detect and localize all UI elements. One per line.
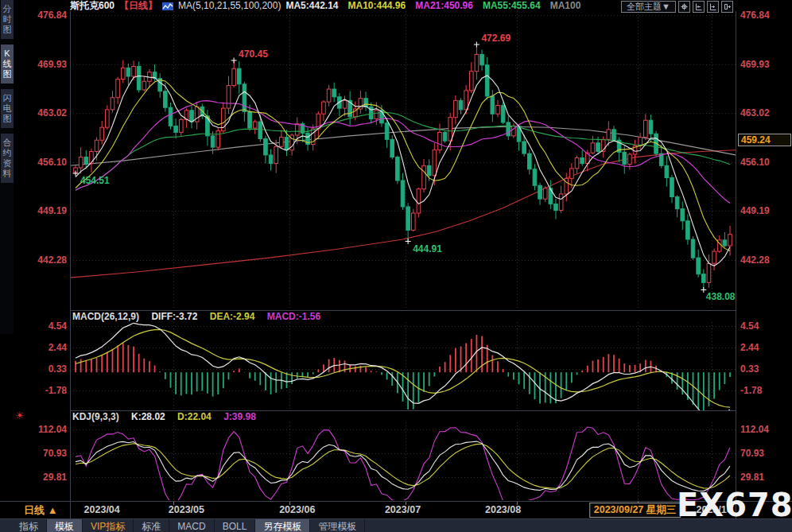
macd-axis-label: 2.44 (17, 342, 67, 353)
timeline-month-label: 2023/07 (385, 504, 421, 515)
exit-chart-icon[interactable] (721, 1, 733, 13)
current-price-badge: 459.24 (738, 134, 791, 146)
kdj-axis-label: 112.04 (17, 424, 67, 435)
macd-axis-label: 4.54 (17, 320, 67, 332)
svg-text:470.45: 470.45 (239, 49, 268, 60)
ma55-value: MA55:455.64 (483, 0, 541, 11)
chart-mode-sidebar: 分时图K线图闪电图合约资料 (0, 0, 14, 334)
chart-canvas[interactable]: 454.51470.45444.91472.69438.08 (0, 0, 792, 532)
kdj-axis-label: 70.93 (740, 448, 764, 459)
price-axis-label: 476.84 (17, 10, 67, 21)
pan-crosshair-icon[interactable] (678, 1, 690, 13)
price-axis-label: 456.10 (740, 157, 770, 168)
svg-text:454.51: 454.51 (80, 175, 110, 186)
kdj-title: KDJ(9,3,3) (72, 411, 119, 422)
price-axis-label: 469.93 (17, 59, 67, 70)
topbar: 斯托克600 【日线】 MA(5,10,21,55,100,200) MA5:4… (70, 0, 590, 12)
compress-left-icon[interactable] (693, 1, 705, 13)
svg-text:438.08: 438.08 (706, 291, 736, 302)
price-axis-label: 449.19 (17, 205, 67, 216)
theme-dropdown-button[interactable]: 全部主题▼ (621, 1, 676, 13)
macd-diff-value: DIFF:-3.72 (151, 311, 197, 322)
indicator-settings-sun-icon[interactable]: ☀ (15, 410, 25, 421)
price-axis-label: 456.10 (17, 157, 67, 168)
bottom-tab-item[interactable]: 管理模板 (310, 519, 365, 532)
macd-axis-label: 0.33 (17, 363, 67, 375)
topbar-right: 全部主题▼ (621, 1, 733, 13)
ma21-value: MA21:450.96 (415, 0, 473, 11)
price-axis-label: 469.93 (740, 59, 770, 70)
sidebar-tab-item[interactable]: 分时图 (1, 0, 14, 39)
watermark: EX678 (677, 487, 792, 523)
ma10-value: MA10:444.96 (348, 0, 406, 11)
kdj-j-value: J:39.98 (223, 411, 256, 422)
macd-value: MACD:-1.56 (267, 311, 320, 322)
kdj-axis-label: 70.93 (17, 448, 67, 459)
timeline-month-label: 2023/04 (84, 504, 120, 515)
ma-values: MA5:442.14MA10:444.96MA21:450.96MA55:455… (285, 0, 590, 12)
svg-text:472.69: 472.69 (481, 33, 511, 44)
period-selector[interactable]: 日线 ▲ (24, 503, 58, 518)
price-axis-label: 442.28 (740, 254, 770, 266)
kdj-k-value: K:28.02 (131, 411, 165, 422)
bottom-tab-bar: 指标模板VIP指标标准MACDBOLL另存模板管理模板 (0, 518, 792, 532)
ma-group-label: MA(5,10,21,55,100,200) (178, 0, 281, 12)
chart-type-icon (162, 2, 173, 11)
macd-axis-label: 4.54 (740, 320, 759, 332)
macd-dea-value: DEA:-2.94 (210, 311, 255, 322)
bottom-tab-item[interactable]: MACD (169, 519, 214, 532)
kdj-d-value: D:22.04 (177, 411, 212, 422)
timeline-month-label: 2023/06 (279, 504, 315, 515)
compress-right-icon[interactable] (707, 1, 719, 13)
svg-text:444.91: 444.91 (413, 243, 442, 254)
bottom-tab-item[interactable]: BOLL (215, 519, 256, 532)
crosshair-date-badge: 2023/09/27 星期三 (589, 503, 681, 518)
bottom-tab-vip[interactable]: VIP指标 (83, 519, 134, 532)
bottom-tab-item[interactable]: 标准 (134, 519, 169, 532)
macd-header: MACD(26,12,9) DIFF:-3.72 DEA:-2.94 MACD:… (72, 311, 330, 322)
period-selector-arrow-icon: ▲ (48, 504, 58, 516)
price-axis-label: 463.02 (740, 107, 770, 118)
timeline-row: 日线 ▲ 2023/09/27 星期三 2023/042023/052023/0… (0, 501, 792, 518)
bottom-tab-active[interactable]: 另存模板 (255, 519, 310, 532)
kdj-axis-label: 29.81 (17, 472, 67, 483)
period-selector-label: 日线 (24, 504, 45, 516)
kdj-axis-label: 112.04 (740, 424, 769, 435)
price-axis-label: 463.02 (17, 107, 67, 118)
bottom-tab-active[interactable]: 模板 (47, 519, 83, 532)
ma100-value: MA100 (550, 0, 581, 11)
macd-title: MACD(26,12,9) (72, 311, 139, 322)
symbol-title: 斯托克600 (70, 0, 115, 12)
price-axis-label: 449.19 (740, 205, 770, 216)
macd-axis-label: -1.78 (740, 385, 762, 396)
ma5-value: MA5:442.14 (285, 0, 338, 11)
timeline-month-label: 2023/05 (169, 504, 204, 515)
sidebar-tab-active[interactable]: K线图 (1, 45, 14, 83)
price-axis-label: 442.28 (17, 254, 67, 266)
kdj-axis-label: 29.81 (740, 472, 764, 483)
app-window: 454.51470.45444.91472.69438.08 斯托克600 【日… (0, 0, 792, 532)
sidebar-tab-item[interactable]: 闪电图 (1, 89, 14, 128)
macd-axis-label: 2.44 (740, 342, 759, 353)
macd-axis-label: 0.33 (740, 363, 759, 375)
sidebar-tab-item[interactable]: 合约资料 (1, 134, 14, 183)
kdj-header: KDJ(9,3,3) K:28.02 D:22.04 J:39.98 (72, 411, 266, 422)
price-axis-label: 476.84 (740, 10, 770, 21)
timeline-month-label: 2023/08 (485, 504, 521, 515)
macd-axis-label: -1.78 (17, 385, 67, 396)
period-tag: 【日线】 (119, 0, 157, 12)
bottom-tab-item[interactable]: 指标 (11, 519, 47, 532)
